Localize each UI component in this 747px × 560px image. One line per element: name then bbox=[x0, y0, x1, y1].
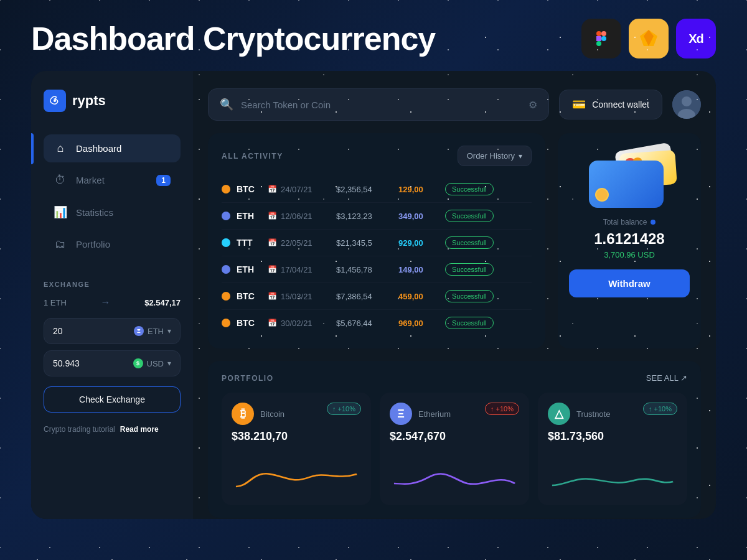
change-cell: 349,00 bbox=[398, 212, 439, 221]
portfolio-card-ethereum[interactable]: Ξ Etherium ↑+10% $2.547,670 bbox=[380, 393, 529, 505]
amount-cell: $3,123,23 bbox=[336, 212, 392, 221]
portfolio-badge: ↑+10% bbox=[485, 403, 519, 415]
status-badge: Successfull bbox=[445, 210, 494, 222]
coin-dot bbox=[222, 292, 230, 301]
search-placeholder: Search Token or Coin bbox=[241, 100, 331, 110]
logo: rypts bbox=[44, 90, 181, 112]
filter-icon[interactable]: ⚙ bbox=[529, 99, 537, 111]
to-amount-input[interactable]: 50.943 $ USD ▾ bbox=[44, 350, 181, 376]
read-more-link[interactable]: Read more bbox=[120, 425, 159, 434]
portfolio-header: PORTFOLIO SEE ALL ↗ bbox=[222, 373, 687, 383]
search-icon: 🔍 bbox=[220, 98, 233, 111]
figma-icon bbox=[581, 19, 621, 58]
logo-icon bbox=[44, 90, 66, 112]
change-cell: 929,00 bbox=[398, 238, 439, 248]
activity-row: ETH 📅 12/06/21 $3,123,23 349,00 Successf… bbox=[222, 203, 532, 230]
see-all-link[interactable]: SEE ALL ↗ bbox=[646, 373, 687, 383]
date-cell: 📅 15/03/21 bbox=[268, 292, 330, 301]
sidebar-item-market[interactable]: ⏱ Market 1 bbox=[44, 166, 181, 194]
portfolio-value: $81.73,560 bbox=[548, 430, 677, 443]
logo-text: rypts bbox=[72, 93, 106, 109]
change-cell: 129,00 bbox=[398, 185, 439, 194]
date-value: 24/07/21 bbox=[281, 185, 312, 194]
mini-chart bbox=[390, 462, 519, 493]
sidebar-item-portfolio[interactable]: 🗂 Portfolio bbox=[44, 230, 181, 258]
portfolio-value: $38.210,70 bbox=[232, 430, 361, 443]
wallet-panel: Total balance 1.6121428 3,700.96 USD Wit… bbox=[558, 133, 701, 348]
portfolio-coin-icon: ₿ bbox=[232, 403, 254, 425]
to-amount-value: 50.943 bbox=[53, 358, 80, 368]
wallet-body bbox=[589, 161, 664, 208]
wallet-icon: 💳 bbox=[572, 98, 586, 111]
change-cell: 969,00 bbox=[398, 319, 439, 328]
nav-label-statistics: Statistics bbox=[76, 207, 113, 218]
portfolio-title: PORTFOLIO bbox=[222, 374, 274, 383]
date-value: 17/04/21 bbox=[281, 265, 312, 274]
status-badge: Successfull bbox=[445, 263, 494, 276]
calendar-icon: 📅 bbox=[268, 238, 277, 247]
sidebar-item-statistics[interactable]: 📊 Statistics bbox=[44, 198, 181, 226]
calendar-icon: 📅 bbox=[268, 319, 277, 327]
calendar-icon: 📅 bbox=[268, 212, 277, 220]
exchange-title: EXCHANGE bbox=[44, 281, 181, 288]
activity-row: TTT 📅 22/05/21 $21,345,5 929,00 Successf… bbox=[222, 230, 532, 256]
coin-dot bbox=[222, 212, 230, 220]
order-history-label: Order History bbox=[467, 151, 515, 161]
tool-icons: Xd bbox=[581, 19, 716, 58]
svg-point-7 bbox=[54, 100, 56, 102]
check-exchange-button[interactable]: Check Exchange bbox=[44, 386, 181, 413]
middle-section: ALL ACTIVITY Order History ▾ BTC 📅 24/07… bbox=[208, 133, 701, 348]
amount-cell: $7,386,54 bbox=[336, 292, 392, 301]
to-coin-label: USD bbox=[147, 359, 164, 368]
avatar[interactable] bbox=[672, 90, 701, 119]
activity-title: ALL ACTIVITY bbox=[222, 152, 283, 161]
portfolio-card-bitcoin[interactable]: ₿ Bitcoin ↑+10% $38.210,70 bbox=[222, 393, 371, 505]
nav-badge-market: 1 bbox=[156, 175, 171, 186]
activity-row: BTC 📅 15/03/21 $7,386,54 459,00 Successf… bbox=[222, 283, 532, 310]
date-value: 30/02/21 bbox=[281, 319, 312, 328]
nav-label-market: Market bbox=[76, 175, 105, 185]
portfolio-coin-name: Etherium bbox=[418, 409, 451, 419]
calendar-icon: 📅 bbox=[268, 185, 277, 194]
amount-cell: $21,345,5 bbox=[336, 238, 392, 248]
svg-rect-3 bbox=[596, 41, 601, 46]
from-coin-label: ETH bbox=[148, 327, 164, 336]
from-amount-input[interactable]: 20 Ξ ETH ▾ bbox=[44, 318, 181, 344]
search-bar[interactable]: 🔍 Search Token or Coin ⚙ bbox=[208, 88, 549, 121]
page-title: Dashboard Cryptocurrency bbox=[31, 20, 435, 57]
from-amount-value: 20 bbox=[53, 326, 63, 336]
exchange-rate-value: $2.547,17 bbox=[144, 298, 181, 307]
mini-chart bbox=[232, 462, 361, 493]
calendar-icon: 📅 bbox=[268, 292, 277, 301]
coin-name: TTT bbox=[237, 238, 261, 248]
svg-rect-0 bbox=[596, 31, 601, 36]
status-badge: Successfull bbox=[445, 290, 494, 302]
wallet-coin bbox=[595, 188, 609, 202]
badge-arrow: ↑ bbox=[649, 405, 652, 413]
from-coin-selector[interactable]: Ξ ETH ▾ bbox=[134, 326, 171, 336]
to-coin-selector[interactable]: $ USD ▾ bbox=[133, 358, 171, 368]
coin-dot bbox=[222, 319, 230, 327]
connect-wallet-button[interactable]: 💳 Connect wallet bbox=[559, 90, 662, 119]
status-badge: Successfull bbox=[445, 183, 494, 195]
portfolio-cards: ₿ Bitcoin ↑+10% $38.210,70 Ξ Etherium ↑+… bbox=[222, 393, 687, 505]
portfolio-card-trustnote[interactable]: △ Trustnote ↑+10% $81.73,560 bbox=[538, 393, 687, 505]
wallet-illustration bbox=[586, 146, 673, 208]
portfolio-coin-name: Trustnote bbox=[576, 409, 610, 419]
sketch-icon bbox=[629, 19, 669, 58]
withdraw-button[interactable]: Withdraw bbox=[569, 269, 690, 297]
top-bar: 🔍 Search Token or Coin ⚙ 💳 Connect walle… bbox=[208, 88, 701, 121]
coin-dot bbox=[222, 238, 230, 247]
activity-panel: ALL ACTIVITY Order History ▾ BTC 📅 24/07… bbox=[208, 133, 545, 348]
portfolio-coin-icon: Ξ bbox=[390, 403, 412, 425]
portfolio-badge: ↑+10% bbox=[643, 403, 677, 415]
order-history-button[interactable]: Order History ▾ bbox=[458, 146, 532, 166]
exchange-rate-label: 1 ETH bbox=[44, 298, 67, 307]
exchange-rate: 1 ETH → $2.547,17 bbox=[44, 297, 181, 308]
usd-coin-icon: $ bbox=[133, 358, 143, 368]
balance-indicator bbox=[651, 220, 655, 225]
date-cell: 📅 12/06/21 bbox=[268, 212, 330, 221]
sidebar-item-dashboard[interactable]: ⌂ Dashboard bbox=[44, 134, 181, 162]
amount-cell: $1,456,78 bbox=[336, 265, 392, 274]
eth-coin-icon: Ξ bbox=[134, 326, 144, 336]
